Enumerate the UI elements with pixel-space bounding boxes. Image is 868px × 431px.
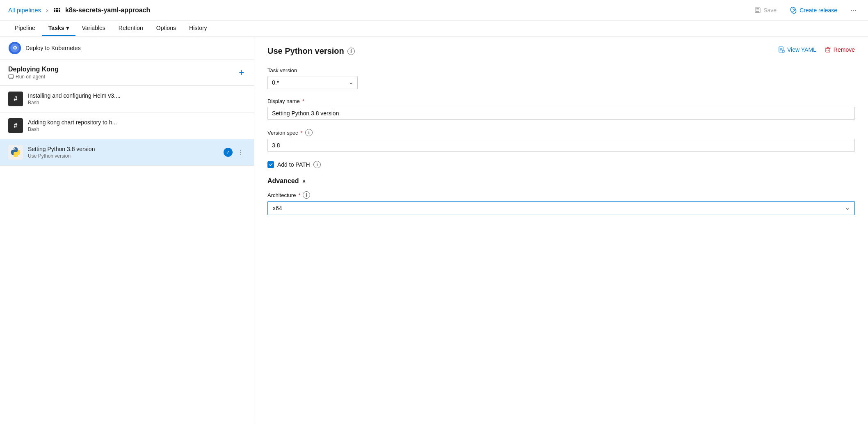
view-yaml-icon [778,46,785,53]
display-name-row: Display name * [267,98,855,120]
create-release-button[interactable]: Create release [786,5,841,16]
tab-options[interactable]: Options [150,21,183,36]
tab-pipeline[interactable]: Pipeline [8,21,42,36]
advanced-section-header: Advanced ∧ [267,177,855,185]
add-task-button[interactable]: + [237,66,246,79]
task-item-python[interactable]: Setting Python 3.8 version Use Python ve… [0,139,254,166]
task-info-helm: Installing and configuring Helm v3.... B… [28,92,246,105]
task-check-icon: ✓ [224,148,233,157]
version-spec-required: * [300,130,302,136]
display-name-required: * [302,98,304,104]
task-more-button[interactable]: ⋮ [236,148,246,157]
more-options-button[interactable]: ··· [847,4,860,16]
advanced-title: Advanced [267,177,299,185]
architecture-select-wrapper: x64 x86 [267,201,855,215]
add-to-path-label: Add to PATH [277,161,310,168]
pipeline-icon [53,6,62,15]
version-spec-info-icon[interactable]: ℹ [305,129,313,136]
tasks-dropdown-arrow[interactable]: ▾ [66,25,69,31]
svg-rect-0 [54,8,55,9]
svg-point-18 [14,148,15,149]
task-info-kong: Adding kong chart repository to h... Bas… [28,119,246,132]
tab-history[interactable]: History [183,21,214,36]
version-spec-row: Version spec * ℹ [267,129,855,152]
architecture-label: Architecture * ℹ [267,191,855,199]
add-to-path-info-icon[interactable]: ℹ [313,161,321,168]
main-layout: ⚙ Deploy to Kubernetes Deploying Kong Ru… [0,37,868,422]
task-version-select[interactable]: 0.* [267,76,358,89]
run-on-agent-label: Run on agent [16,74,45,80]
tab-variables[interactable]: Variables [75,21,112,36]
task-version-row: Task version 0.* [267,67,855,89]
stage-sub: Run on agent [8,74,59,80]
k8s-icon: ⚙ [8,41,21,55]
svg-rect-3 [54,10,55,12]
tab-tasks[interactable]: Tasks ▾ [42,21,75,36]
view-yaml-button[interactable]: View YAML [778,46,816,53]
task-subtitle-python: Use Python version [28,153,219,159]
svg-point-19 [16,156,17,156]
deploy-to-kubernetes-item: ⚙ Deploy to Kubernetes [0,37,254,60]
display-name-label: Display name * [267,98,855,104]
add-to-path-row: Add to PATH ℹ [267,161,855,168]
svg-rect-24 [782,50,784,53]
task-title-helm: Installing and configuring Helm v3.... [28,92,246,99]
python-icon [8,145,23,160]
tab-retention[interactable]: Retention [112,21,150,36]
svg-rect-8 [756,11,759,13]
header-right: Save Create release ··· [751,4,860,16]
task-version-select-wrapper: 0.* [267,76,358,89]
version-spec-input[interactable] [267,139,855,152]
architecture-required: * [298,192,300,198]
svg-point-9 [790,7,797,14]
pipeline-name: k8s-secrets-yaml-approach [65,7,150,14]
save-label: Save [763,7,777,14]
task-main-title: Use Python version [267,46,344,56]
all-pipelines-link[interactable]: All pipelines [8,7,41,14]
task-title-python: Setting Python 3.8 version [28,146,219,152]
header: All pipelines › k8s-secrets-yaml-approac… [0,0,868,21]
svg-rect-5 [59,10,60,12]
task-header-actions: View YAML Remove [778,46,855,53]
task-subtitle-helm: Bash [28,100,246,105]
stage-info: Deploying Kong Run on agent [8,66,59,80]
deploy-to-k8s-label: Deploy to Kubernetes [25,45,81,51]
svg-rect-2 [59,8,60,9]
display-name-input[interactable] [267,107,855,120]
save-button[interactable]: Save [751,5,780,15]
remove-label: Remove [834,46,855,53]
task-item-helm[interactable]: # Installing and configuring Helm v3....… [0,86,254,112]
task-title-area: Use Python version ℹ [267,46,355,56]
svg-rect-1 [56,8,58,9]
task-title-info-icon[interactable]: ℹ [347,48,355,55]
remove-icon [825,46,831,53]
header-left: All pipelines › k8s-secrets-yaml-approac… [8,6,150,15]
left-panel: ⚙ Deploy to Kubernetes Deploying Kong Ru… [0,37,254,422]
remove-button[interactable]: Remove [825,46,855,53]
svg-text:⚙: ⚙ [13,45,17,51]
bash-icon-helm: # [8,92,23,106]
task-title-kong: Adding kong chart repository to h... [28,119,246,126]
advanced-collapse-button[interactable]: ∧ [302,178,306,184]
task-item-kong[interactable]: # Adding kong chart repository to h... B… [0,112,254,139]
agent-icon [8,74,14,80]
nav-tabs: Pipeline Tasks ▾ Variables Retention Opt… [0,21,868,37]
task-subtitle-kong: Bash [28,126,246,132]
architecture-info-icon[interactable]: ℹ [303,191,310,199]
bash-icon-kong: # [8,118,23,133]
task-version-label: Task version [267,67,855,73]
stage-name: Deploying Kong [8,66,59,73]
svg-rect-4 [56,10,58,12]
view-yaml-label: View YAML [787,46,816,53]
architecture-row: Architecture * ℹ x64 x86 [267,191,855,215]
svg-rect-7 [756,8,759,9]
svg-rect-13 [9,75,14,78]
create-release-label: Create release [799,7,837,14]
breadcrumb-separator: › [46,7,48,14]
stage-header: Deploying Kong Run on agent + [0,60,254,86]
task-header: Use Python version ℹ View YAML [267,46,855,56]
task-info-python: Setting Python 3.8 version Use Python ve… [28,146,219,159]
version-spec-label: Version spec * ℹ [267,129,855,136]
add-to-path-checkbox[interactable] [267,161,274,168]
architecture-select[interactable]: x64 x86 [267,201,855,215]
